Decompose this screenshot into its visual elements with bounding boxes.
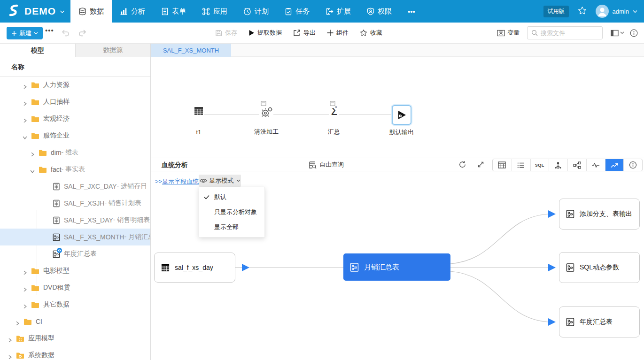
tree-item-宏观经济[interactable]: 宏观经济 bbox=[0, 110, 150, 127]
tree-item-SAL_F_XS_DAY[interactable]: SAL_F_XS_DAY - 销售明细表 bbox=[0, 212, 150, 229]
main-workspace: SAL_F_XS_MONTH t1 清洗加工 bbox=[151, 44, 644, 360]
flow-node-clean[interactable]: 清洗加工 bbox=[259, 106, 273, 121]
graph-node-target-2[interactable]: SQL动态参数 bbox=[559, 252, 640, 283]
folder-icon bbox=[31, 115, 39, 123]
nav-item-扩展[interactable]: 扩展 bbox=[318, 0, 359, 23]
more-actions-button[interactable]: ••• bbox=[45, 26, 54, 34]
view-branch-button[interactable] bbox=[567, 159, 586, 171]
tree-item-SAL_F_XSJH[interactable]: SAL_F_XSJH - 销售计划表 bbox=[0, 195, 150, 212]
undo-button[interactable] bbox=[61, 29, 70, 38]
chevron-right-icon[interactable] bbox=[23, 100, 27, 104]
tree-item-SAL_F_XS_MONTH[interactable]: SAL_F_XS_MONTH - 月销汇总表 bbox=[0, 229, 150, 245]
export-icon bbox=[293, 29, 301, 37]
refresh-button[interactable] bbox=[458, 161, 466, 170]
tree-item-CI[interactable]: CI bbox=[0, 313, 150, 330]
user-chevron-down-icon bbox=[633, 10, 637, 13]
view-table-button[interactable] bbox=[493, 159, 512, 171]
nav-item-权限[interactable]: 权限 bbox=[359, 0, 400, 23]
tab-model[interactable]: 模型 bbox=[0, 44, 75, 57]
mode-option-默认[interactable]: 默认 bbox=[199, 190, 264, 205]
graph-node-source[interactable]: sal_f_xs_day bbox=[154, 253, 235, 283]
nav-item-任务[interactable]: 任务 bbox=[277, 0, 318, 23]
save-button[interactable]: 保存 bbox=[215, 29, 237, 37]
graph-node-target-1[interactable]: 添加分支、表输出 bbox=[559, 199, 640, 230]
new-button[interactable]: 新建 bbox=[7, 27, 43, 39]
chevron-right-icon[interactable] bbox=[23, 302, 27, 307]
chevron-right-icon[interactable] bbox=[8, 336, 12, 341]
chevron-right-icon[interactable] bbox=[15, 319, 20, 324]
view-info-button[interactable] bbox=[623, 159, 642, 171]
lineage-panel-title: 血统分析 bbox=[162, 161, 188, 169]
folder-icon bbox=[23, 318, 32, 325]
tab-datasource[interactable]: 数据源 bbox=[75, 44, 150, 57]
export-button[interactable]: 导出 bbox=[293, 29, 316, 37]
flow-node-default-output[interactable]: 默认输出 bbox=[392, 105, 411, 125]
flow-node-label: 默认输出 bbox=[389, 128, 414, 137]
db-icon bbox=[78, 8, 86, 15]
flow-node-t1[interactable]: t1 bbox=[191, 107, 206, 117]
plus-icon bbox=[11, 31, 17, 36]
view-list-button[interactable] bbox=[512, 159, 530, 171]
nav-item-label: 分析 bbox=[131, 7, 145, 16]
sidebar-tabs: 模型 数据源 bbox=[0, 44, 150, 57]
nav-item-计划[interactable]: 计划 bbox=[235, 0, 277, 23]
search-input[interactable] bbox=[541, 30, 592, 37]
user-menu[interactable]: admin bbox=[596, 5, 637, 18]
favorite-star-icon[interactable] bbox=[578, 6, 587, 17]
nav-item-数据[interactable]: 数据 bbox=[70, 0, 112, 23]
mode-option-只显示分析对象[interactable]: 只显示分析对象 bbox=[199, 205, 264, 220]
tree-item-DVD租赁[interactable]: DVD租赁 bbox=[0, 279, 150, 296]
tree-item-系统数据[interactable]: 系统数据 bbox=[0, 347, 150, 360]
tree-item-dim[interactable]: dim - 维表 bbox=[0, 144, 150, 161]
free-query-button[interactable]: 自由查询 bbox=[309, 161, 344, 169]
chevron-right-icon[interactable] bbox=[23, 268, 27, 273]
chevron-down-icon bbox=[620, 31, 624, 34]
main-nav: 数据分析表单应用计划任务扩展权限••• bbox=[70, 0, 423, 23]
chevron-down-icon[interactable] bbox=[30, 167, 35, 172]
graph-node-target-3[interactable]: 年度汇总表 bbox=[559, 306, 640, 337]
tree-item-fact[interactable]: fact - 事实表 bbox=[0, 161, 150, 178]
flow-node-aggregate[interactable]: Σ 汇总 bbox=[329, 106, 339, 117]
extract-data-button[interactable]: 提取数据 bbox=[248, 29, 282, 37]
mode-option-显示全部[interactable]: 显示全部 bbox=[199, 220, 264, 235]
view-impact-button[interactable] bbox=[549, 159, 567, 171]
brand-logo-group[interactable]: DEMO bbox=[7, 0, 65, 23]
favorite-button[interactable]: 收藏 bbox=[360, 29, 382, 37]
tree-item-其它数据[interactable]: 其它数据 bbox=[0, 296, 150, 313]
tree-item-人力资源[interactable]: 人力资源 bbox=[0, 77, 150, 93]
shield-icon bbox=[367, 8, 374, 15]
tree-item-name: 人力资源 bbox=[43, 81, 70, 89]
chevron-right-icon[interactable] bbox=[23, 116, 27, 121]
tree-item-SAL_F_JXC_DAY[interactable]: SAL_F_JXC_DAY - 进销存日 bbox=[0, 178, 150, 195]
play-output-icon bbox=[392, 105, 411, 125]
tree-item-应用模型[interactable]: 应用模型 bbox=[0, 330, 150, 347]
chevron-right-icon[interactable] bbox=[30, 150, 35, 155]
view-lineage-button[interactable] bbox=[605, 159, 624, 171]
tree-item-suffix: - 销售计划表 bbox=[104, 199, 141, 207]
info-button[interactable] bbox=[630, 23, 638, 43]
expand-button[interactable] bbox=[477, 161, 485, 170]
tree-item-电影模型[interactable]: 电影模型 bbox=[0, 262, 150, 279]
view-sql-button[interactable]: SQL bbox=[530, 159, 549, 171]
model-doc-icon bbox=[350, 263, 359, 272]
chevron-right-icon[interactable] bbox=[23, 83, 27, 87]
tab-sal-f-xs-month[interactable]: SAL_F_XS_MONTH bbox=[151, 44, 231, 57]
variable-button[interactable]: 变量 bbox=[497, 23, 520, 43]
chevron-down-icon[interactable] bbox=[23, 133, 27, 138]
tree-item-name: SAL_F_JXC_DAY bbox=[64, 183, 117, 190]
tree-item-年度汇总表[interactable]: 年度汇总表 bbox=[0, 245, 150, 262]
graph-node-center[interactable]: 月销汇总表 bbox=[343, 253, 450, 281]
chevron-right-icon[interactable] bbox=[23, 285, 27, 290]
nav-item-•••[interactable]: ••• bbox=[400, 0, 423, 23]
view-pulse-button[interactable] bbox=[586, 159, 605, 171]
layout-toggle-button[interactable] bbox=[611, 23, 624, 43]
tree-item-人口抽样[interactable]: 人口抽样 bbox=[0, 93, 150, 110]
chevron-right-icon[interactable] bbox=[8, 353, 12, 358]
component-button[interactable]: 组件 bbox=[327, 29, 349, 37]
redo-button[interactable] bbox=[78, 29, 87, 38]
nav-item-表单[interactable]: 表单 bbox=[153, 0, 194, 23]
nav-item-分析[interactable]: 分析 bbox=[112, 0, 153, 23]
tree-item-服饰企业[interactable]: 服饰企业 bbox=[0, 127, 150, 144]
nav-item-应用[interactable]: 应用 bbox=[194, 0, 235, 23]
file-search bbox=[527, 26, 603, 39]
